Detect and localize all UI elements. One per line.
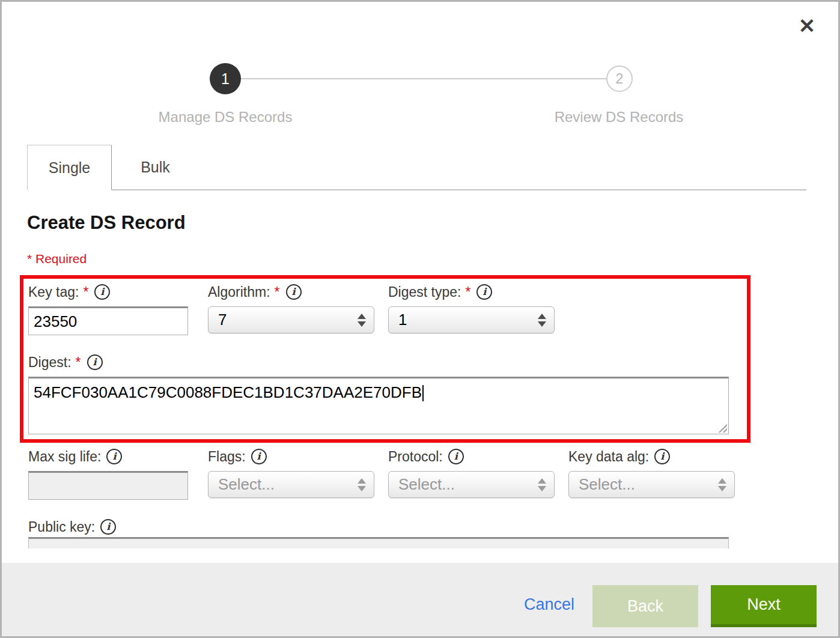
step-1-circle: 1 <box>210 63 241 94</box>
algorithm-label: Algorithm: <box>208 284 270 300</box>
info-icon-glyph: i <box>291 287 295 297</box>
step-1-label: Manage DS Records <box>135 109 315 126</box>
resize-grip-icon[interactable] <box>718 424 727 433</box>
required-asterisk: * <box>465 284 470 300</box>
info-icon[interactable]: i <box>106 449 122 464</box>
protocol-field: Protocol: i Select... <box>388 446 555 498</box>
max-sig-life-label: Max sig life: <box>28 449 101 465</box>
flags-label-row: Flags: i <box>208 446 374 467</box>
tab-bulk[interactable]: Bulk <box>112 145 199 190</box>
info-icon-glyph: i <box>93 357 97 367</box>
public-key-label-row: Public key: i <box>28 517 116 537</box>
digest-type-label-row: Digest type: * i <box>388 282 555 302</box>
digest-field: Digest: * i 54FCF030AA1C79C0088FDEC1BD1C… <box>28 352 729 434</box>
key-data-alg-field: Key data alg: i Select... <box>568 446 735 498</box>
info-icon-glyph: i <box>257 452 261 461</box>
info-icon-glyph: i <box>112 452 116 461</box>
cancel-link[interactable]: Cancel <box>524 595 574 614</box>
protocol-select-value: Select... <box>398 475 455 494</box>
info-icon[interactable]: i <box>251 449 267 464</box>
close-icon[interactable]: ✕ <box>795 14 819 38</box>
select-arrows-icon <box>718 478 726 491</box>
protocol-label-row: Protocol: i <box>388 446 555 467</box>
text-cursor <box>422 385 424 401</box>
tab-single[interactable]: Single <box>27 145 112 190</box>
back-button[interactable]: Back <box>592 585 698 627</box>
digest-value: 54FCF030AA1C79C0088FDEC1BD1C37DAA2E70DFB <box>34 383 422 401</box>
max-sig-life-field: Max sig life: i <box>28 446 188 500</box>
algorithm-field: Algorithm: * i 7 <box>208 282 374 333</box>
digest-label-row: Digest: * i <box>28 352 729 372</box>
required-asterisk: * <box>275 284 280 300</box>
key-tag-input[interactable] <box>28 306 188 335</box>
step-2-circle: 2 <box>606 65 633 92</box>
protocol-label: Protocol: <box>388 449 443 465</box>
protocol-select[interactable]: Select... <box>388 471 555 498</box>
info-icon-glyph: i <box>100 287 104 297</box>
key-data-alg-select-value: Select... <box>579 475 635 494</box>
public-key-label: Public key: <box>28 519 95 535</box>
key-data-alg-label-row: Key data alg: i <box>568 446 735 467</box>
info-icon[interactable]: i <box>654 449 670 464</box>
select-arrows-icon <box>358 314 366 327</box>
digest-type-select-value: 1 <box>398 311 407 329</box>
key-tag-label-row: Key tag: * i <box>28 282 188 302</box>
info-icon[interactable]: i <box>286 284 302 300</box>
info-icon[interactable]: i <box>94 284 110 300</box>
create-ds-record-modal: ✕ 1 2 Manage DS Records Review DS Record… <box>0 0 840 638</box>
info-icon[interactable]: i <box>100 519 116 535</box>
digest-textarea[interactable]: 54FCF030AA1C79C0088FDEC1BD1C37DAA2E70DFB <box>28 377 729 434</box>
max-sig-life-label-row: Max sig life: i <box>28 446 188 467</box>
key-data-alg-label: Key data alg: <box>568 449 649 465</box>
next-button[interactable]: Next <box>711 585 817 627</box>
select-arrows-icon <box>358 478 366 491</box>
info-icon-glyph: i <box>482 287 486 297</box>
info-icon[interactable]: i <box>476 284 492 300</box>
algorithm-select[interactable]: 7 <box>208 306 374 333</box>
max-sig-life-input[interactable] <box>28 471 188 500</box>
public-key-textarea[interactable] <box>28 537 729 548</box>
required-note: * Required <box>27 252 87 266</box>
key-tag-label: Key tag: <box>28 284 79 300</box>
info-icon[interactable]: i <box>448 449 464 464</box>
flags-label: Flags: <box>208 449 246 465</box>
tab-divider <box>112 189 806 190</box>
algorithm-select-value: 7 <box>218 311 227 329</box>
stepper-connector <box>241 78 606 79</box>
page-title: Create DS Record <box>27 212 186 234</box>
digest-label: Digest: <box>28 354 72 371</box>
info-icon-glyph: i <box>454 452 458 461</box>
step-2-label: Review DS Records <box>529 109 709 126</box>
info-icon-glyph: i <box>660 452 664 461</box>
flags-select-value: Select... <box>218 475 275 494</box>
digest-type-label: Digest type: <box>388 284 461 300</box>
info-icon-glyph: i <box>106 522 110 532</box>
digest-type-select[interactable]: 1 <box>388 306 555 333</box>
flags-select[interactable]: Select... <box>208 471 374 498</box>
required-asterisk: * <box>76 354 81 371</box>
key-data-alg-select[interactable]: Select... <box>568 471 735 498</box>
digest-type-field: Digest type: * i 1 <box>388 282 555 333</box>
select-arrows-icon <box>538 478 546 491</box>
required-asterisk: * <box>83 284 88 300</box>
flags-field: Flags: i Select... <box>208 446 374 498</box>
info-icon[interactable]: i <box>87 354 103 370</box>
algorithm-label-row: Algorithm: * i <box>208 282 374 302</box>
select-arrows-icon <box>538 314 546 327</box>
key-tag-field: Key tag: * i <box>28 282 188 335</box>
